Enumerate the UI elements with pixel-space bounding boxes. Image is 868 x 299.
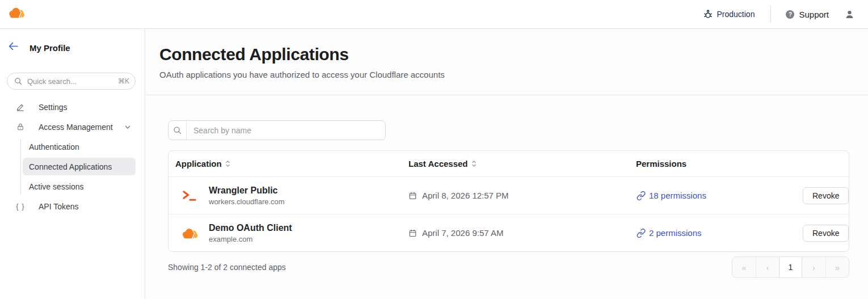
debug-environment-icon xyxy=(703,9,713,19)
table-header-row: Application Last Accessed Permissions xyxy=(168,151,849,177)
page-header: Connected Applications OAuth application… xyxy=(146,29,868,95)
application-cell: Wrangler Public workers.cloudflare.com xyxy=(168,185,408,206)
sidebar-item-label: Authentication xyxy=(29,142,79,151)
terminal-icon xyxy=(181,189,198,202)
sidebar-item-label: Connected Applications xyxy=(29,162,112,171)
permissions-link[interactable]: 18 permissions xyxy=(649,191,706,200)
environment-label: Production xyxy=(717,10,755,19)
pagination-last-button[interactable]: » xyxy=(825,257,849,277)
application-name: Wrangler Public xyxy=(209,185,285,196)
keyboard-shortcut-hint: ⌘K xyxy=(118,77,129,85)
user-avatar-icon xyxy=(845,10,854,19)
last-accessed-cell: April 8, 2026 12:57 PM xyxy=(408,191,636,200)
connected-apps-table: Application Last Accessed Permissions xyxy=(168,150,849,252)
cloudflare-logo-icon[interactable] xyxy=(7,6,25,20)
revoke-button[interactable]: Revoke xyxy=(803,225,849,242)
sidebar-item-active-sessions[interactable]: Active sessions xyxy=(0,176,145,196)
environment-switcher[interactable]: Production xyxy=(703,9,755,19)
sidebar-item-authentication[interactable]: Authentication xyxy=(0,137,145,157)
permissions-cell: 18 permissions xyxy=(636,191,803,200)
sidebar-item-connected-applications[interactable]: Connected Applications xyxy=(0,157,145,176)
table-row: Wrangler Public workers.cloudflare.com A… xyxy=(168,177,849,214)
link-icon xyxy=(637,229,646,238)
sidebar-header: My Profile xyxy=(0,40,145,55)
results-summary: Showing 1-2 of 2 connected apps xyxy=(168,263,286,272)
link-icon xyxy=(637,191,646,200)
action-cell: Revoke xyxy=(803,225,849,242)
pencil-icon xyxy=(16,103,25,112)
last-accessed-value: April 7, 2026 9:57 AM xyxy=(422,228,503,238)
quick-search-box[interactable]: ⌘K xyxy=(7,73,136,90)
calendar-icon xyxy=(408,191,417,200)
sidebar-item-access-management[interactable]: Access Management xyxy=(0,117,145,137)
curly-braces-icon: { } xyxy=(16,202,25,210)
page-title: Connected Applications xyxy=(159,45,348,64)
lock-icon xyxy=(16,123,25,131)
table-search-input[interactable] xyxy=(187,121,385,140)
last-accessed-cell: April 7, 2026 9:57 AM xyxy=(408,228,636,238)
revoke-button[interactable]: Revoke xyxy=(803,187,849,204)
pagination-first-button[interactable]: « xyxy=(732,257,756,277)
page-subtitle: OAuth applications you have authorized t… xyxy=(159,70,445,79)
pagination-next-button[interactable]: › xyxy=(802,257,825,277)
application-name: Demo OAuth Client xyxy=(209,222,292,234)
main-content: Connected Applications OAuth application… xyxy=(146,29,868,299)
user-menu-button[interactable] xyxy=(845,10,854,19)
pagination-prev-button[interactable]: ‹ xyxy=(756,257,779,277)
sidebar-item-settings[interactable]: Settings xyxy=(0,97,145,117)
sidebar-item-label: Settings xyxy=(39,103,68,112)
column-header-last-accessed: Last Accessed xyxy=(408,159,636,169)
cloudflare-icon xyxy=(181,227,198,239)
permissions-link[interactable]: 2 permissions xyxy=(649,228,702,238)
sidebar: My Profile ⌘K Settings xyxy=(0,0,145,299)
support-link[interactable]: ? Support xyxy=(786,10,829,19)
top-bar: Production ? Support xyxy=(0,0,868,29)
sidebar-nav: Settings Access Management Authenticatio xyxy=(0,97,145,216)
action-cell: Revoke xyxy=(803,187,849,204)
table-footer: Showing 1-2 of 2 connected apps « ‹ 1 › … xyxy=(168,256,849,279)
search-icon xyxy=(14,77,22,85)
sidebar-item-label: Access Management xyxy=(39,123,113,132)
chevron-down-icon xyxy=(124,124,131,130)
support-label: Support xyxy=(799,10,829,19)
application-domain: workers.cloudflare.com xyxy=(209,197,285,206)
sidebar-title: My Profile xyxy=(30,43,70,53)
back-arrow-icon[interactable] xyxy=(8,41,19,53)
search-icon xyxy=(168,121,187,140)
last-accessed-value: April 8, 2026 12:57 PM xyxy=(422,191,509,200)
sidebar-item-label: Active sessions xyxy=(29,182,83,191)
table-row: Demo OAuth Client example.com April 7, 2… xyxy=(168,214,849,251)
pagination: « ‹ 1 › » xyxy=(732,256,849,278)
sidebar-item-api-tokens[interactable]: { } API Tokens xyxy=(0,196,145,216)
permissions-cell: 2 permissions xyxy=(636,228,803,238)
table-search-box[interactable] xyxy=(168,120,386,140)
sidebar-item-label: API Tokens xyxy=(39,202,79,211)
help-icon: ? xyxy=(786,10,794,19)
application-domain: example.com xyxy=(209,235,292,243)
pagination-current-page[interactable]: 1 xyxy=(779,257,802,277)
column-header-permissions: Permissions xyxy=(636,159,803,169)
calendar-icon xyxy=(408,229,417,238)
sort-icon[interactable] xyxy=(225,160,230,167)
sort-icon[interactable] xyxy=(471,160,477,167)
column-header-application: Application xyxy=(168,159,408,169)
access-management-subgroup: Authentication Connected Applications Ac… xyxy=(0,137,145,196)
quick-search-input[interactable] xyxy=(27,77,118,86)
application-cell: Demo OAuth Client example.com xyxy=(168,222,408,243)
topbar-divider xyxy=(770,6,771,23)
